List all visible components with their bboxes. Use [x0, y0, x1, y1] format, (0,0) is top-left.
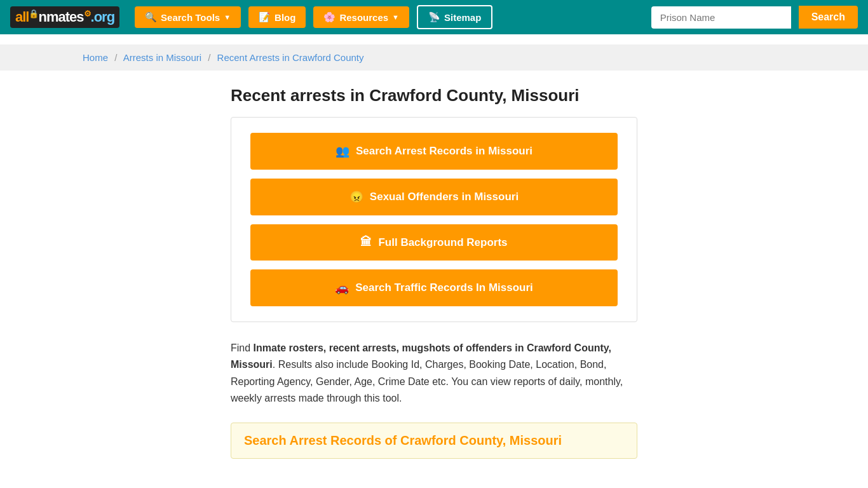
blog-button[interactable]: 📝 Blog [248, 6, 306, 28]
resources-icon: 🌸 [323, 11, 336, 23]
traffic-records-button[interactable]: 🚗 Search Traffic Records In Missouri [250, 269, 618, 306]
breadcrumb-arrests-missouri[interactable]: Arrests in Missouri [123, 52, 201, 63]
sexual-offenders-button[interactable]: 😠 Sexual Offenders in Missouri [250, 179, 618, 215]
search-tools-icon: 🔍 [145, 11, 157, 23]
resources-button[interactable]: 🌸 Resources ▼ [313, 6, 409, 28]
search-tools-caret: ▼ [224, 13, 231, 21]
blog-label: Blog [275, 12, 295, 23]
page-title: Recent arrests in Crawford County, Misso… [231, 86, 637, 105]
site-logo[interactable]: all🔒nmates⚙.org [10, 6, 119, 28]
traffic-records-icon: 🚗 [335, 281, 349, 295]
breadcrumb: Home / Arrests in Missouri / Recent Arre… [83, 52, 785, 63]
traffic-records-label: Search Traffic Records In Missouri [355, 281, 533, 294]
sitemap-label: Sitemap [444, 12, 481, 23]
search-arrest-label: Search Arrest Records in Missouri [356, 145, 532, 158]
breadcrumb-sep-1: / [114, 52, 117, 63]
breadcrumb-sep-2: / [208, 52, 210, 63]
logo-inmates: nmates [38, 9, 83, 25]
search-arrest-button[interactable]: 👥 Search Arrest Records in Missouri [250, 133, 618, 170]
search-records-title: Search Arrest Records of Crawford County… [244, 433, 624, 448]
breadcrumb-current: Recent Arrests in Crawford County [217, 52, 364, 63]
search-arrest-icon: 👥 [336, 144, 349, 158]
description-rest: . Results also include Booking Id, Charg… [231, 359, 623, 403]
search-records-box: Search Arrest Records of Crawford County… [231, 423, 637, 459]
prison-search-input[interactable] [651, 6, 791, 29]
resources-label: Resources [339, 12, 388, 23]
search-tools-label: Search Tools [161, 12, 220, 23]
sexual-offenders-label: Sexual Offenders in Missouri [370, 191, 519, 203]
sitemap-button[interactable]: 📡 Sitemap [417, 5, 492, 29]
action-buttons-box: 👥 Search Arrest Records in Missouri 😠 Se… [231, 117, 637, 322]
logo-all: all [15, 9, 29, 25]
main-content: Recent arrests in Crawford County, Misso… [148, 76, 720, 469]
background-reports-label: Full Background Reports [378, 236, 507, 249]
breadcrumb-wrap: Home / Arrests in Missouri / Recent Arre… [0, 44, 868, 71]
search-tools-button[interactable]: 🔍 Search Tools ▼ [135, 6, 241, 28]
blog-icon: 📝 [259, 11, 271, 23]
background-reports-icon: 🏛 [360, 236, 372, 249]
resources-caret: ▼ [392, 13, 399, 21]
breadcrumb-home[interactable]: Home [83, 52, 108, 63]
search-button[interactable]: Search [799, 6, 858, 29]
description-text: Find Inmate rosters, recent arrests, mug… [231, 340, 637, 407]
background-reports-button[interactable]: 🏛 Full Background Reports [250, 224, 618, 261]
sitemap-icon: 📡 [428, 11, 440, 23]
logo-org: .org [91, 9, 115, 25]
description-intro: Find [231, 342, 254, 353]
search-button-label: Search [811, 11, 845, 22]
sexual-offenders-icon: 😠 [349, 190, 363, 204]
